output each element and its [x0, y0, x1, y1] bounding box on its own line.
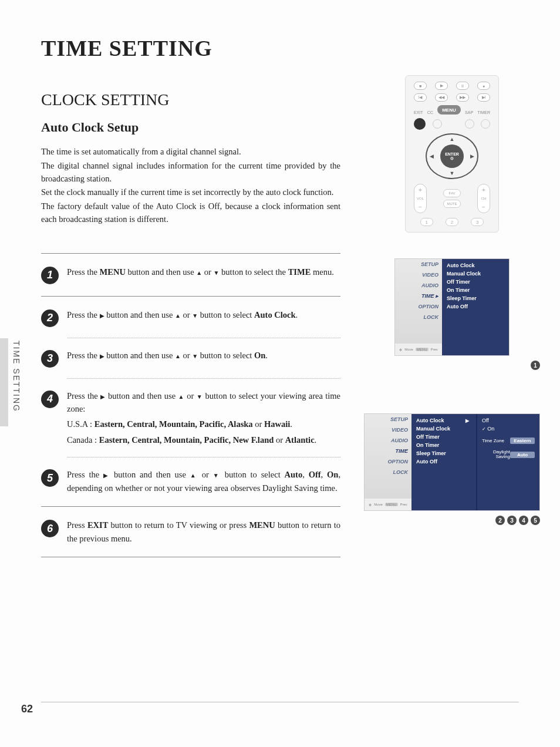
- t: or: [198, 470, 213, 479]
- t: .: [296, 310, 298, 319]
- dotted-divider: [68, 457, 340, 457]
- step-text: Press the button and then use or button …: [67, 308, 340, 321]
- up-arrow-icon: [190, 470, 198, 479]
- remote-cc-label: CC: [427, 110, 433, 115]
- step-text: Press the button and then use or button …: [67, 349, 340, 362]
- osd2-step-ref: 2 3 4 5: [495, 516, 540, 525]
- t: or: [274, 435, 285, 445]
- menu-bold: MENU: [100, 267, 126, 277]
- t: button and then use: [126, 267, 196, 277]
- osd-nav-item: LOCK: [365, 467, 411, 477]
- osd-footer: ✥Move MENUPrev: [365, 499, 411, 510]
- osd-timezone-row: Time Zone Eastern: [482, 438, 535, 444]
- content-row: CLOCK SETTING Auto Clock Setup The time …: [41, 90, 519, 569]
- t: Prev: [431, 348, 438, 351]
- minus-icon: −: [419, 204, 422, 210]
- off-bold: Off: [309, 470, 321, 479]
- up-arrow-icon: [196, 267, 202, 277]
- tz-label: Time Zone: [482, 438, 504, 443]
- on-bold: On: [254, 351, 265, 360]
- down-arrow-icon: [192, 351, 198, 360]
- intro-line: Set the clock manually if the current ti…: [41, 186, 340, 199]
- osd-menu-item: Manual Clock: [416, 426, 471, 432]
- ds-value: Auto: [510, 452, 535, 458]
- t: Move: [374, 503, 383, 506]
- step-text: Press the MENU button and then use or bu…: [67, 265, 340, 278]
- osd-menu-2: SETUP VIDEO AUDIO TIME OPTION LOCK ✥Move…: [364, 413, 540, 511]
- step-badge-5: 5: [41, 469, 59, 487]
- osd-menu-item: Off Timer: [416, 434, 471, 440]
- osd-menu-item: Manual Clock: [447, 271, 504, 277]
- osd-sub-panel: Off On Time Zone Eastern Daylight Saving…: [476, 414, 539, 510]
- remote-num-3: 3: [471, 218, 484, 226]
- t: Press the: [67, 351, 100, 360]
- t: button to return to TV viewing or press: [108, 520, 249, 530]
- remote-ch-rocker: + CH −: [477, 184, 490, 213]
- remote-fav-button: FAV: [443, 189, 461, 197]
- dpad-up-icon: ▲: [450, 136, 455, 142]
- t: Press the: [67, 310, 100, 319]
- remote-timer-button: [481, 119, 490, 129]
- remote-sap-button: [465, 119, 474, 129]
- prev-badge: MENU: [416, 348, 429, 351]
- t: menu.: [311, 267, 333, 277]
- osd-left-nav: SETUP VIDEO AUDIO TIME ▸ OPTION LOCK ✥Mo…: [395, 259, 442, 355]
- osd-menu-1: SETUP VIDEO AUDIO TIME ▸ OPTION LOCK ✥Mo…: [394, 258, 510, 356]
- osd1-step-ref: 1: [531, 361, 540, 370]
- osd-right-panel: Auto Clock Manual Clock Off Timer On Tim…: [442, 259, 509, 355]
- step-text: Press the button and then use or button …: [67, 468, 340, 494]
- osd-nav-item: AUDIO: [395, 280, 442, 291]
- osd-menu-item: Auto Off: [447, 304, 504, 309]
- step-badge-1: 1: [41, 267, 59, 284]
- tz-bold: Eastern, Central, Mountain, Pacific, New…: [99, 435, 274, 445]
- osd-nav-item: SETUP: [365, 414, 411, 425]
- step-ref-badge: 1: [531, 361, 540, 370]
- t: Press: [67, 520, 87, 530]
- step-badge-3: 3: [41, 350, 59, 368]
- vol-label: VOL: [417, 197, 424, 200]
- tz-bold: Eastern, Central, Mountain, Pacific, Ala…: [95, 419, 253, 429]
- remote-dpad: ▲ ▼ ◀ ▶ ENTER ⊙: [426, 133, 478, 179]
- right-arrow-icon: [100, 391, 106, 401]
- step-6: 6 Press EXIT button to return to TV view…: [41, 519, 340, 545]
- osd-menu-item: Sleep Timer: [447, 295, 504, 301]
- step-text: Press the button and then use or button …: [67, 389, 340, 447]
- step-ref-badge: 3: [507, 516, 517, 525]
- step-text: Press EXIT button to return to TV viewin…: [67, 519, 340, 545]
- remote-ff-icon: ▶▶: [456, 93, 469, 102]
- t: or: [181, 310, 192, 319]
- osd-nav-item: VIDEO: [365, 425, 411, 435]
- t: .: [290, 419, 292, 429]
- right-arrow-icon: [103, 470, 110, 479]
- step-1: 1 Press the MENU button and then use or …: [41, 265, 340, 284]
- down-arrow-icon: [197, 391, 203, 401]
- step-3: 3 Press the button and then use or butto…: [41, 349, 340, 368]
- page-title: TIME SETTING: [41, 35, 519, 61]
- section-subheading: Auto Clock Setup: [41, 120, 340, 135]
- remote-sap-label: SAP: [465, 110, 473, 115]
- osd-sub-on-checked: On: [482, 426, 535, 432]
- move-icon: ✥: [369, 503, 372, 507]
- up-arrow-icon: [175, 310, 181, 319]
- osd-menu-item-active: Auto Clock▶: [416, 418, 471, 423]
- ch-label: CH: [481, 197, 487, 200]
- dpad-down-icon: ▼: [450, 170, 455, 176]
- minus-icon: −: [482, 204, 485, 210]
- enter-dot-icon: ⊙: [450, 156, 454, 161]
- move-icon: ✥: [399, 348, 402, 352]
- t: Press the: [67, 267, 100, 277]
- remote-mute-button: MUTE: [443, 200, 461, 208]
- t: or: [253, 419, 264, 429]
- on-bold: On: [327, 470, 338, 479]
- step-ref-badge: 5: [531, 516, 540, 525]
- remote-enter-button: ENTER ⊙: [440, 144, 464, 168]
- remote-record-icon: ●: [477, 82, 490, 90]
- tz-value: Eastern: [510, 438, 535, 444]
- osd-footer: ✥Move MENUPrev: [395, 344, 442, 355]
- osd-menu-item: Sleep Timer: [416, 450, 471, 456]
- dotted-divider: [68, 378, 340, 379]
- osd-nav-item-active: TIME: [365, 446, 411, 456]
- t: button to select: [198, 310, 254, 319]
- remote-rew-icon: ◀◀: [435, 93, 448, 102]
- t: button to select: [198, 351, 254, 360]
